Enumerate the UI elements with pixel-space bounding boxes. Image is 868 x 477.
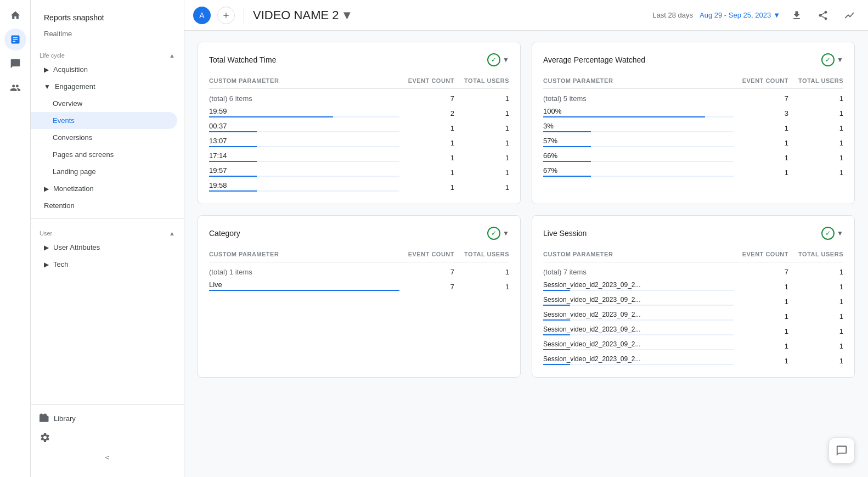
- library-link[interactable]: Library: [31, 409, 184, 428]
- avatar[interactable]: A: [193, 7, 211, 24]
- total-watched-actions: ✓ ▼: [487, 53, 509, 66]
- table-row: (total) 5 items 7 1: [543, 91, 843, 104]
- th-event-count-3: EVENT COUNT: [399, 251, 454, 257]
- realtime-link[interactable]: Realtime: [40, 26, 175, 41]
- card-header-total-watched: Total Watched Time ✓ ▼: [209, 53, 509, 66]
- table-row: Live 7 1: [209, 277, 509, 292]
- header-right: Last 28 days Aug 29 - Sep 25, 2023 ▼: [652, 5, 859, 25]
- sidebar-item-user-attributes[interactable]: ▶ User Attributes: [31, 239, 177, 256]
- table-row: (total) 7 items 7 1: [543, 265, 843, 277]
- header-divider: [244, 8, 244, 23]
- icon-sidebar: [0, 0, 31, 477]
- monetization-expand-icon: ▶: [44, 185, 49, 193]
- th-event-count-4: EVENT COUNT: [734, 251, 788, 257]
- table-row: Session_video_id2_2023_09_2... 1 1: [543, 336, 843, 351]
- settings-icon-btn[interactable]: [31, 428, 184, 449]
- category-card: Category ✓ ▼ CUSTOM PARAMETER EVENT COUN…: [198, 215, 521, 378]
- sidebar-item-acquisition[interactable]: ▶ Acquisition: [31, 61, 177, 78]
- th-total-users-1: TOTAL USERS: [454, 77, 509, 84]
- reports-snapshot-link[interactable]: Reports snapshot: [40, 9, 175, 26]
- table-row: 100% 3 1: [543, 104, 843, 119]
- library-label: Library: [54, 414, 76, 423]
- table-row: 57% 1 1: [543, 133, 843, 148]
- title-dropdown-icon[interactable]: ▼: [341, 8, 353, 23]
- avg-pct-dropdown[interactable]: ▼: [837, 56, 843, 64]
- table-row: 3% 1 1: [543, 119, 843, 133]
- user-collapse-icon[interactable]: ▲: [169, 230, 175, 237]
- avg-pct-table-header: CUSTOM PARAMETER EVENT COUNT TOTAL USERS: [543, 75, 843, 89]
- total-watched-title: Total Watched Time: [209, 55, 276, 64]
- live-session-actions: ✓ ▼: [821, 227, 843, 240]
- sidebar-item-monetization[interactable]: ▶ Monetization: [31, 180, 177, 197]
- th-custom-param-4: CUSTOM PARAMETER: [543, 251, 734, 257]
- sidebar-item-events[interactable]: Events: [31, 112, 177, 129]
- cards-grid: Total Watched Time ✓ ▼ CUSTOM PARAMETER …: [198, 42, 855, 378]
- nav-divider-bottom: [31, 404, 184, 405]
- engagement-expand-icon: ▼: [44, 83, 50, 91]
- messaging-nav-icon[interactable]: [4, 53, 26, 75]
- table-row: 66% 1 1: [543, 148, 843, 163]
- th-custom-param-2: CUSTOM PARAMETER: [543, 77, 734, 84]
- sidebar-item-overview[interactable]: Overview: [31, 95, 177, 112]
- live-session-dropdown[interactable]: ▼: [837, 229, 843, 237]
- live-session-title: Live Session: [543, 229, 587, 238]
- nav-divider-user: [31, 218, 184, 219]
- live-session-check-icon[interactable]: ✓: [821, 227, 835, 240]
- export-button[interactable]: [787, 5, 807, 25]
- average-percentage-watched-card: Average Percentage Watched ✓ ▼ CUSTOM PA…: [532, 42, 855, 204]
- total-watched-dropdown[interactable]: ▼: [503, 56, 509, 64]
- table-row: 19:57 1 1: [209, 163, 509, 178]
- audience-nav-icon[interactable]: [4, 77, 26, 99]
- avg-pct-title: Average Percentage Watched: [543, 55, 645, 64]
- table-row: 67% 1 1: [543, 163, 843, 178]
- category-actions: ✓ ▼: [487, 227, 509, 240]
- avg-pct-check-icon[interactable]: ✓: [821, 53, 835, 66]
- table-row: 17:14 1 1: [209, 148, 509, 163]
- card-header-avg-pct: Average Percentage Watched ✓ ▼: [543, 53, 843, 66]
- sidebar-item-conversions[interactable]: Conversions: [31, 129, 177, 146]
- sidebar-item-tech[interactable]: ▶ Tech: [31, 256, 177, 273]
- sidebar-item-engagement[interactable]: ▼ Engagement: [31, 78, 177, 95]
- th-event-count-2: EVENT COUNT: [734, 77, 788, 84]
- content-area: Total Watched Time ✓ ▼ CUSTOM PARAMETER …: [184, 31, 868, 477]
- total-watched-table-header: CUSTOM PARAMETER EVENT COUNT TOTAL USERS: [209, 75, 509, 89]
- category-table-header: CUSTOM PARAMETER EVENT COUNT TOTAL USERS: [209, 249, 509, 262]
- th-total-users-3: TOTAL USERS: [454, 251, 509, 257]
- category-title: Category: [209, 229, 240, 238]
- table-row: Session_video_id2_2023_09_2... 1 1: [543, 322, 843, 336]
- category-dropdown[interactable]: ▼: [503, 229, 509, 237]
- card-header-live-session: Live Session ✓ ▼: [543, 227, 843, 240]
- table-row: 13:07 1 1: [209, 133, 509, 148]
- home-nav-icon[interactable]: [4, 4, 26, 26]
- live-session-card: Live Session ✓ ▼ CUSTOM PARAMETER EVENT …: [532, 215, 855, 378]
- card-header-category: Category ✓ ▼: [209, 227, 509, 240]
- main-content: A VIDEO NAME 2 ▼ Last 28 days Aug 29 - S…: [184, 0, 868, 477]
- sidebar-item-pages-screens[interactable]: Pages and screens: [31, 146, 177, 163]
- table-row: (total) 6 items 7 1: [209, 91, 509, 104]
- th-custom-param-3: CUSTOM PARAMETER: [209, 251, 399, 257]
- share-button[interactable]: [813, 5, 833, 25]
- date-range-picker[interactable]: Aug 29 - Sep 25, 2023 ▼: [700, 11, 780, 19]
- category-check-icon[interactable]: ✓: [487, 227, 500, 240]
- acquisition-expand-icon: ▶: [44, 66, 49, 74]
- user-attributes-expand-icon: ▶: [44, 244, 49, 251]
- nav-sidebar: Reports snapshot Realtime Life cycle ▲ ▶…: [31, 0, 184, 477]
- avg-pct-actions: ✓ ▼: [821, 53, 843, 66]
- sidebar-item-landing-page[interactable]: Landing page: [31, 163, 177, 180]
- insights-button[interactable]: [839, 5, 859, 25]
- total-watched-check-icon[interactable]: ✓: [487, 53, 500, 66]
- lifecycle-collapse-icon[interactable]: ▲: [169, 52, 175, 59]
- table-row: Session_video_id2_2023_09_2... 1 1: [543, 292, 843, 307]
- analytics-nav-icon[interactable]: [4, 29, 26, 50]
- table-row: 19:59 2 1: [209, 104, 509, 119]
- table-row: Session_video_id2_2023_09_2... 1 1: [543, 307, 843, 322]
- th-event-count-1: EVENT COUNT: [399, 77, 454, 84]
- chat-fab-button[interactable]: [828, 437, 855, 464]
- sidebar-item-retention[interactable]: Retention: [31, 197, 177, 214]
- add-property-button[interactable]: [217, 7, 235, 24]
- table-row: Session_video_id2_2023_09_2... 1 1: [543, 351, 843, 366]
- collapse-sidebar-button[interactable]: <: [31, 449, 184, 466]
- total-watched-time-card: Total Watched Time ✓ ▼ CUSTOM PARAMETER …: [198, 42, 521, 204]
- tech-expand-icon: ▶: [44, 261, 49, 268]
- th-total-users-4: TOTAL USERS: [788, 251, 843, 257]
